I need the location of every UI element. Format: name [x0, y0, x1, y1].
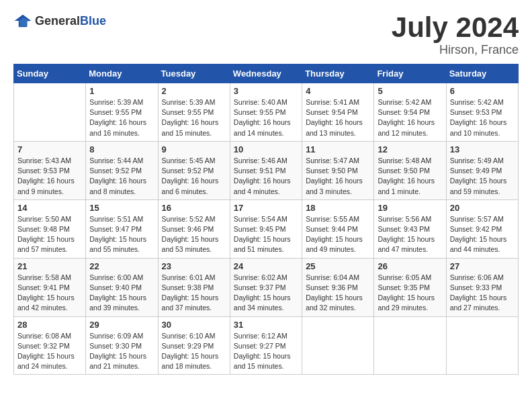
sunset-text: Sunset: 9:53 PM	[450, 108, 502, 116]
day-info: Sunrise: 6:12 AMSunset: 9:27 PMDaylight:…	[234, 331, 298, 372]
sunset-text: Sunset: 9:53 PM	[17, 167, 70, 175]
daylight-text: Daylight: 15 hours and 59 minutes.	[450, 177, 507, 195]
day-info: Sunrise: 5:39 AMSunset: 9:55 PMDaylight:…	[89, 97, 154, 138]
sunrise-text: Sunrise: 5:49 AM	[450, 156, 504, 165]
sunset-text: Sunset: 9:32 PM	[17, 342, 70, 350]
daylight-text: Daylight: 15 hours and 42 minutes.	[17, 293, 75, 312]
sunset-text: Sunset: 9:44 PM	[306, 225, 358, 233]
sunrise-text: Sunrise: 5:43 AM	[17, 156, 71, 165]
day-number: 17	[234, 203, 298, 213]
day-info: Sunrise: 5:46 AMSunset: 9:51 PMDaylight:…	[234, 156, 298, 197]
day-number: 29	[89, 320, 154, 330]
weekday-header-row: SundayMondayTuesdayWednesdayThursdayFrid…	[14, 64, 519, 83]
day-number: 8	[89, 144, 154, 154]
sunset-text: Sunset: 9:55 PM	[234, 108, 286, 116]
day-info: Sunrise: 5:49 AMSunset: 9:49 PMDaylight:…	[450, 156, 515, 197]
sunset-text: Sunset: 9:55 PM	[89, 108, 142, 116]
daylight-text: Daylight: 15 hours and 39 minutes.	[89, 293, 146, 312]
weekday-header-cell: Sunday	[14, 64, 86, 83]
daylight-text: Daylight: 15 hours and 57 minutes.	[17, 235, 75, 253]
sunrise-text: Sunrise: 5:58 AM	[17, 273, 71, 281]
day-number: 1	[89, 86, 154, 96]
sunset-text: Sunset: 9:46 PM	[162, 225, 214, 233]
day-number: 28	[17, 320, 82, 330]
daylight-text: Daylight: 15 hours and 21 minutes.	[89, 352, 146, 370]
daylight-text: Daylight: 16 hours and 4 minutes.	[234, 177, 291, 195]
calendar-location: Hirson, France	[392, 43, 519, 57]
calendar-day-cell: 3Sunrise: 5:40 AMSunset: 9:55 PMDaylight…	[230, 83, 302, 142]
day-info: Sunrise: 5:48 AMSunset: 9:50 PMDaylight:…	[378, 156, 442, 197]
day-info: Sunrise: 6:04 AMSunset: 9:36 PMDaylight:…	[306, 273, 370, 314]
calendar-day-cell: 16Sunrise: 5:52 AMSunset: 9:46 PMDayligh…	[158, 199, 230, 258]
calendar-week-row: 28Sunrise: 6:08 AMSunset: 9:32 PMDayligh…	[14, 316, 519, 375]
daylight-text: Daylight: 16 hours and 9 minutes.	[17, 177, 75, 195]
daylight-text: Daylight: 15 hours and 55 minutes.	[89, 235, 146, 253]
sunrise-text: Sunrise: 6:06 AM	[450, 273, 504, 281]
sunset-text: Sunset: 9:52 PM	[89, 167, 142, 175]
sunrise-text: Sunrise: 6:04 AM	[306, 273, 359, 281]
calendar-day-cell: 2Sunrise: 5:39 AMSunset: 9:55 PMDaylight…	[158, 83, 230, 142]
sunrise-text: Sunrise: 5:48 AM	[378, 156, 431, 165]
calendar-day-cell: 29Sunrise: 6:09 AMSunset: 9:30 PMDayligh…	[86, 316, 158, 375]
sunset-text: Sunset: 9:42 PM	[450, 225, 502, 233]
sunrise-text: Sunrise: 6:10 AM	[162, 332, 216, 340]
day-info: Sunrise: 5:42 AMSunset: 9:53 PMDaylight:…	[450, 97, 515, 138]
sunset-text: Sunset: 9:45 PM	[234, 225, 286, 233]
daylight-text: Daylight: 15 hours and 27 minutes.	[450, 293, 507, 312]
calendar-day-cell: 24Sunrise: 6:02 AMSunset: 9:37 PMDayligh…	[230, 258, 302, 316]
day-number: 7	[17, 144, 82, 154]
calendar-day-cell: 31Sunrise: 6:12 AMSunset: 9:27 PMDayligh…	[230, 316, 302, 375]
sunrise-text: Sunrise: 5:54 AM	[234, 215, 287, 223]
sunset-text: Sunset: 9:55 PM	[162, 108, 214, 116]
calendar-table: SundayMondayTuesdayWednesdayThursdayFrid…	[13, 64, 519, 375]
day-number: 16	[162, 203, 226, 213]
daylight-text: Daylight: 16 hours and 12 minutes.	[378, 118, 435, 136]
sunset-text: Sunset: 9:51 PM	[234, 167, 286, 175]
sunset-text: Sunset: 9:27 PM	[234, 342, 286, 350]
day-info: Sunrise: 5:52 AMSunset: 9:46 PMDaylight:…	[162, 214, 226, 255]
calendar-day-cell: 9Sunrise: 5:45 AMSunset: 9:52 PMDaylight…	[158, 141, 230, 199]
sunset-text: Sunset: 9:49 PM	[450, 167, 502, 175]
sunrise-text: Sunrise: 6:00 AM	[89, 273, 143, 281]
day-number: 23	[162, 261, 226, 271]
sunrise-text: Sunrise: 5:56 AM	[378, 215, 431, 223]
day-info: Sunrise: 5:42 AMSunset: 9:54 PMDaylight:…	[378, 97, 442, 138]
calendar-week-row: 21Sunrise: 5:58 AMSunset: 9:41 PMDayligh…	[14, 258, 519, 316]
sunset-text: Sunset: 9:47 PM	[89, 225, 142, 233]
day-number: 10	[234, 144, 298, 154]
day-number: 15	[89, 203, 154, 213]
sunset-text: Sunset: 9:36 PM	[306, 283, 358, 291]
sunrise-text: Sunrise: 5:40 AM	[234, 98, 287, 106]
sunrise-text: Sunrise: 5:50 AM	[17, 215, 71, 223]
daylight-text: Daylight: 15 hours and 32 minutes.	[306, 293, 363, 312]
calendar-day-cell: 23Sunrise: 6:01 AMSunset: 9:38 PMDayligh…	[158, 258, 230, 316]
logo-blue-text: Blue	[80, 14, 106, 28]
sunset-text: Sunset: 9:41 PM	[17, 283, 70, 291]
day-number: 3	[234, 86, 298, 96]
day-number: 21	[17, 261, 82, 271]
sunrise-text: Sunrise: 5:44 AM	[89, 156, 143, 165]
calendar-day-cell: 8Sunrise: 5:44 AMSunset: 9:52 PMDaylight…	[86, 141, 158, 199]
sunrise-text: Sunrise: 6:08 AM	[17, 332, 71, 340]
calendar-day-cell: 20Sunrise: 5:57 AMSunset: 9:42 PMDayligh…	[446, 199, 518, 258]
day-info: Sunrise: 5:54 AMSunset: 9:45 PMDaylight:…	[234, 214, 298, 255]
calendar-day-cell: 13Sunrise: 5:49 AMSunset: 9:49 PMDayligh…	[446, 141, 518, 199]
calendar-day-cell: 19Sunrise: 5:56 AMSunset: 9:43 PMDayligh…	[374, 199, 446, 258]
sunrise-text: Sunrise: 6:12 AM	[234, 332, 287, 340]
day-info: Sunrise: 5:55 AMSunset: 9:44 PMDaylight:…	[306, 214, 370, 255]
day-info: Sunrise: 5:56 AMSunset: 9:43 PMDaylight:…	[378, 214, 442, 255]
day-number: 6	[450, 86, 515, 96]
day-info: Sunrise: 6:05 AMSunset: 9:35 PMDaylight:…	[378, 273, 442, 314]
calendar-day-cell: 10Sunrise: 5:46 AMSunset: 9:51 PMDayligh…	[230, 141, 302, 199]
sunrise-text: Sunrise: 6:01 AM	[162, 273, 216, 281]
calendar-body: 1Sunrise: 5:39 AMSunset: 9:55 PMDaylight…	[14, 83, 519, 375]
calendar-week-row: 14Sunrise: 5:50 AMSunset: 9:48 PMDayligh…	[14, 199, 519, 258]
day-number: 13	[450, 144, 515, 154]
daylight-text: Daylight: 16 hours and 1 minute.	[378, 177, 435, 195]
sunrise-text: Sunrise: 5:42 AM	[450, 98, 504, 106]
daylight-text: Daylight: 15 hours and 24 minutes.	[17, 352, 75, 370]
daylight-text: Daylight: 15 hours and 18 minutes.	[162, 352, 219, 370]
day-info: Sunrise: 5:57 AMSunset: 9:42 PMDaylight:…	[450, 214, 515, 255]
daylight-text: Daylight: 15 hours and 47 minutes.	[378, 235, 435, 253]
daylight-text: Daylight: 16 hours and 3 minutes.	[306, 177, 363, 195]
